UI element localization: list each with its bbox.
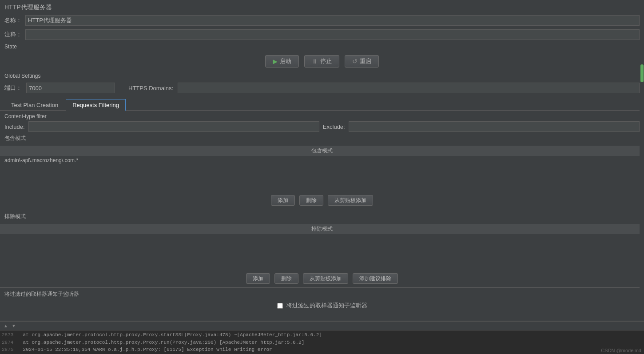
exclude-delete-button[interactable]: 删除 — [274, 273, 298, 284]
https-domains-label: HTTPS Domains: — [128, 85, 173, 91]
name-label: 名称： — [4, 16, 22, 24]
name-input[interactable] — [25, 15, 640, 26]
log-line-num: 2874 — [2, 339, 17, 346]
log-line: 2873 at org.apache.jmeter.protocol.http.… — [2, 331, 642, 339]
port-label: 端口： — [4, 84, 22, 92]
comment-row: 注释： — [0, 28, 644, 42]
include-pattern-buttons: 添加 删除 从剪贴板添加 — [0, 191, 644, 209]
exclude-patterns-section: 排除模式 排除模式 添加 删除 从剪贴板添加 添加建议排除 — [0, 211, 644, 287]
right-scrollbar[interactable] — [640, 62, 644, 321]
page-title: HTTP代理服务器 — [0, 0, 644, 13]
tabs-row: Test Plan Creation Requests Filtering — [0, 95, 644, 111]
scrollbar-thumb — [640, 64, 644, 82]
log-down-btn[interactable]: ▼ — [10, 323, 18, 328]
include-add-button[interactable]: 添加 — [271, 195, 295, 206]
comment-input[interactable] — [25, 29, 640, 40]
exclude-add-from-clipboard-button[interactable]: 从剪贴板添加 — [303, 273, 348, 284]
log-line-text: at org.apache.jmeter.protocol.http.proxy… — [23, 332, 322, 338]
include-label: Include: — [4, 123, 25, 130]
exclude-input[interactable] — [349, 121, 640, 132]
log-up-btn[interactable]: ▲ — [2, 323, 10, 328]
stop-label: 停止 — [320, 57, 332, 65]
log-panel: ▲ ▼ 2873 at org.apache.jmeter.protocol.h… — [0, 321, 644, 354]
watermark: CSDN @modelmd — [601, 348, 641, 353]
name-row: 名称： — [0, 13, 644, 28]
include-delete-button[interactable]: 删除 — [299, 195, 323, 206]
include-add-from-clipboard-button[interactable]: 从剪贴板添加 — [328, 195, 373, 206]
port-input[interactable] — [26, 83, 115, 93]
include-input[interactable] — [28, 121, 319, 132]
main-content: HTTP代理服务器 名称： 注释： State ▶ 启动 ⏸ 停止 ↺ 重启 G… — [0, 0, 644, 321]
exclude-add-suggested-button[interactable]: 添加建议排除 — [353, 273, 398, 284]
control-buttons: ▶ 启动 ⏸ 停止 ↺ 重启 — [0, 52, 644, 71]
include-patterns-empty-area — [0, 165, 644, 191]
start-label: 启动 — [280, 57, 291, 65]
restart-label: 重启 — [360, 57, 371, 65]
exclude-add-button[interactable]: 添加 — [246, 273, 270, 284]
exclude-pattern-buttons: 添加 删除 从剪贴板添加 添加建议排除 — [0, 270, 644, 287]
exclude-patterns-area — [0, 234, 644, 270]
restart-icon: ↺ — [352, 58, 358, 65]
notify-checkbox-label: 将过滤过的取样器通知子监听器 — [286, 302, 367, 310]
include-pattern-item: admin\-api\.macrozheng\.com.* — [0, 156, 644, 165]
global-settings-row: 端口： HTTPS Domains: — [0, 81, 644, 95]
log-line-text: 2024-01-15 22:35:19,354 WARN o.a.j.p.h.p… — [23, 347, 272, 352]
notify-checkbox[interactable] — [277, 303, 283, 309]
log-line-num: 2873 — [2, 331, 17, 339]
include-patterns-header-bar: 包含模式 — [0, 146, 644, 156]
include-exclude-row: Include: Exclude: — [0, 120, 644, 133]
include-patterns-section: 包含模式 包含模式 admin\-api\.macrozheng\.com.* … — [0, 133, 644, 209]
comment-label: 注释： — [4, 31, 22, 39]
stop-button[interactable]: ⏸ 停止 — [304, 55, 339, 68]
https-domains-input[interactable] — [178, 83, 640, 93]
log-line: 2875 2024-01-15 22:35:19,354 WARN o.a.j.… — [2, 346, 642, 354]
play-icon: ▶ — [273, 58, 278, 65]
restart-button[interactable]: ↺ 重启 — [345, 55, 379, 68]
content-type-filter-label: Content-type filter — [0, 111, 644, 120]
global-settings-title: Global Settings — [0, 71, 644, 81]
tab-requests-filtering[interactable]: Requests Filtering — [66, 99, 126, 111]
stop-icon: ⏸ — [312, 58, 318, 65]
log-line-num: 2875 — [2, 346, 17, 354]
exclude-patterns-header-bar: 排除模式 — [0, 224, 644, 234]
include-patterns-title: 包含模式 — [0, 133, 644, 144]
tab-test-plan[interactable]: Test Plan Creation — [4, 99, 65, 111]
log-line: 2874 at org.apache.jmeter.protocol.http.… — [2, 339, 642, 346]
log-line-text: at org.apache.jmeter.protocol.http.proxy… — [23, 340, 305, 345]
exclude-patterns-title: 排除模式 — [0, 211, 644, 222]
exclude-label: Exclude: — [323, 123, 345, 130]
state-label: State — [0, 42, 644, 52]
notify-title: 将过滤过的取样器通知子监听器 — [0, 287, 644, 299]
log-toolbar: ▲ ▼ — [0, 322, 644, 330]
notify-checkbox-row: 将过滤过的取样器通知子监听器 — [0, 299, 644, 312]
log-content[interactable]: 2873 at org.apache.jmeter.protocol.http.… — [0, 330, 644, 354]
start-button[interactable]: ▶ 启动 — [265, 55, 299, 68]
